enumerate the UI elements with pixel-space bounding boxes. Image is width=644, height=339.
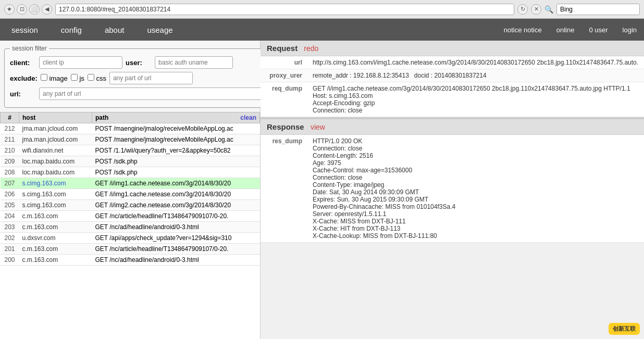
address-bar[interactable] (55, 4, 514, 15)
row-host[interactable]: u.dxsvr.com (19, 233, 92, 244)
table-row[interactable]: 204c.m.163.comGET /nc/article/headline/T… (1, 211, 260, 222)
url-input[interactable] (39, 87, 263, 100)
detail-key: url (261, 56, 307, 69)
table-row[interactable]: 209loc.map.baidu.comPOST /sdk.php (1, 156, 260, 167)
row-path[interactable]: POST /sdk.php (92, 167, 260, 178)
row-host[interactable]: loc.map.baidu.com (19, 167, 92, 178)
response-detail-body: res_dumpHTTP/1.0 200 OK Connection: clos… (261, 135, 644, 243)
row-id: 210 (1, 145, 19, 156)
exclude-image-text: image (49, 74, 67, 82)
row-host[interactable]: c.m.163.com (19, 211, 92, 222)
user-input[interactable] (155, 56, 233, 69)
row-id: 200 (1, 255, 19, 266)
row-path[interactable]: POST /maengine/jmalog/receiveMobileAppLo… (92, 123, 260, 134)
refresh-icon[interactable]: ↻ (517, 4, 528, 15)
row-host[interactable]: jma.man.jcloud.com (19, 123, 92, 134)
view-link[interactable]: view (311, 123, 325, 131)
nav-user[interactable]: 0 user (581, 19, 615, 41)
main-nav: session config about useage notice notic… (0, 19, 644, 41)
detail-value: HTTP/1.0 200 OK Connection: close Conten… (307, 135, 644, 243)
row-path[interactable]: GET /i/img2.cache.netease.com/3g/2014/8/… (92, 200, 260, 211)
table-row[interactable]: 208loc.map.baidu.comPOST /sdk.php (1, 167, 260, 178)
row-path[interactable]: POST /maengine/jmalog/receiveMobileAppLo… (92, 134, 260, 145)
exclude-image-checkbox[interactable] (41, 74, 47, 81)
row-path[interactable]: POST /sdk.php (92, 156, 260, 167)
row-host[interactable]: s.cimg.163.com (19, 200, 92, 211)
request-detail-table: urlhttp://s.cimg.163.com/i/img1.cache.ne… (261, 56, 644, 117)
exclude-js-label[interactable]: js (71, 74, 84, 82)
row-host[interactable]: s.cimg.163.com (19, 189, 92, 200)
table-row[interactable]: 206s.cimg.163.comGET /i/img1.cache.netea… (1, 189, 260, 200)
table-row[interactable]: 203c.m.163.comGET /nc/ad/headline/androi… (1, 222, 260, 233)
table-row[interactable]: 202u.dxsvr.comGET /api/apps/check_update… (1, 233, 260, 244)
row-host[interactable]: c.m.163.com (19, 222, 92, 233)
row-path[interactable]: GET /nc/ad/headline/android/0-3.html (92, 255, 260, 266)
table-row[interactable]: 207s.cimg.163.comGET /i/img1.cache.netea… (1, 178, 260, 189)
row-host[interactable]: loc.map.baidu.com (19, 156, 92, 167)
table-row[interactable]: 210wifi.dianxin.netPOST /1.1/wii/query?a… (1, 145, 260, 156)
table-row[interactable]: 211jma.man.jcloud.comPOST /maengine/jmal… (1, 134, 260, 145)
nav-online[interactable]: online (549, 19, 582, 41)
main-content: session filter client: user: exclude: im… (0, 41, 644, 339)
row-path[interactable]: GET /i/img1.cache.netease.com/3g/2014/8/… (92, 189, 260, 200)
browser-bar: ★ ⊡ ⬜ ◀ ↻ ✕ 🔍 (0, 0, 644, 19)
request-header: Request redo (261, 41, 644, 56)
nav-session[interactable]: session (0, 19, 49, 41)
any-part-input[interactable] (109, 72, 193, 84)
row-path[interactable]: GET /nc/ad/headline/android/0-3.html (92, 222, 260, 233)
nav-config[interactable]: config (49, 19, 93, 41)
response-detail-table: res_dumpHTTP/1.0 200 OK Connection: clos… (261, 135, 644, 243)
table-row[interactable]: 201c.m.163.comGET /nc/article/headline/T… (1, 244, 260, 255)
star-icon[interactable]: ★ (4, 4, 15, 15)
detail-value: GET /i/img1.cache.netease.com/3g/2014/8/… (307, 82, 644, 117)
table-row[interactable]: 212jma.man.jcloud.comPOST /maengine/jmal… (1, 123, 260, 134)
row-host[interactable]: s.cimg.163.com (19, 178, 92, 189)
col-host: host (19, 112, 92, 123)
client-label: client: (10, 59, 36, 67)
nav-about[interactable]: about (93, 19, 136, 41)
table-row[interactable]: 205s.cimg.163.comGET /i/img2.cache.netea… (1, 200, 260, 211)
filter-exclude-row: exclude: image js css (10, 72, 263, 84)
table-body: 212jma.man.jcloud.comPOST /maengine/jmal… (1, 123, 260, 266)
row-id: 205 (1, 200, 19, 211)
exclude-image-label[interactable]: image (41, 74, 68, 82)
row-host[interactable]: c.m.163.com (19, 255, 92, 266)
row-path[interactable]: GET /i/img1.cache.netease.com/3g/2014/8/… (92, 178, 260, 189)
detail-value: http://s.cimg.163.com/i/img1.cache.netea… (307, 56, 644, 69)
exclude-css-checkbox[interactable] (88, 74, 94, 81)
row-path[interactable]: GET /api/apps/check_update?ver=1294&sig=… (92, 233, 260, 244)
detail-key: req_dump (261, 82, 307, 117)
row-id: 206 (1, 189, 19, 200)
row-id: 202 (1, 233, 19, 244)
row-id: 208 (1, 167, 19, 178)
search-input[interactable] (556, 4, 640, 15)
nav-right: notice notice online 0 user login (497, 19, 644, 41)
row-id: 201 (1, 244, 19, 255)
row-id: 203 (1, 222, 19, 233)
exclude-css-label[interactable]: css (88, 74, 106, 82)
row-path[interactable]: POST /1.1/wii/query?auth_ver=2&appkey=50… (92, 145, 260, 156)
row-host[interactable]: jma.man.jcloud.com (19, 134, 92, 145)
client-input[interactable] (39, 56, 122, 69)
nav-useage[interactable]: useage (135, 19, 184, 41)
bookmark-icon[interactable]: ⊡ (17, 4, 27, 15)
session-filter: session filter client: user: exclude: im… (4, 45, 269, 108)
back-icon[interactable]: ◀ (42, 4, 52, 15)
row-host[interactable]: c.m.163.com (19, 244, 92, 255)
nav-login[interactable]: login (615, 19, 644, 41)
response-header: Response view (261, 119, 644, 135)
redo-link[interactable]: redo (304, 44, 318, 53)
url-label: url: (10, 90, 36, 98)
request-detail-row: req_dumpGET /i/img1.cache.netease.com/3g… (261, 82, 644, 117)
row-path[interactable]: GET /nc/article/headline/T1348647909107/… (92, 244, 260, 255)
row-host[interactable]: wifi.dianxin.net (19, 145, 92, 156)
row-id: 211 (1, 134, 19, 145)
row-path[interactable]: GET /nc/article/headline/T1348647909107/… (92, 211, 260, 222)
nav-notice[interactable]: notice notice (497, 19, 549, 41)
exclude-js-checkbox[interactable] (71, 74, 78, 81)
clean-link[interactable]: clean (240, 114, 256, 121)
tab-icon[interactable]: ⬜ (29, 4, 40, 15)
stop-icon[interactable]: ✕ (531, 4, 541, 15)
table-row[interactable]: 200c.m.163.comGET /nc/ad/headline/androi… (1, 255, 260, 266)
row-id: 212 (1, 123, 19, 134)
